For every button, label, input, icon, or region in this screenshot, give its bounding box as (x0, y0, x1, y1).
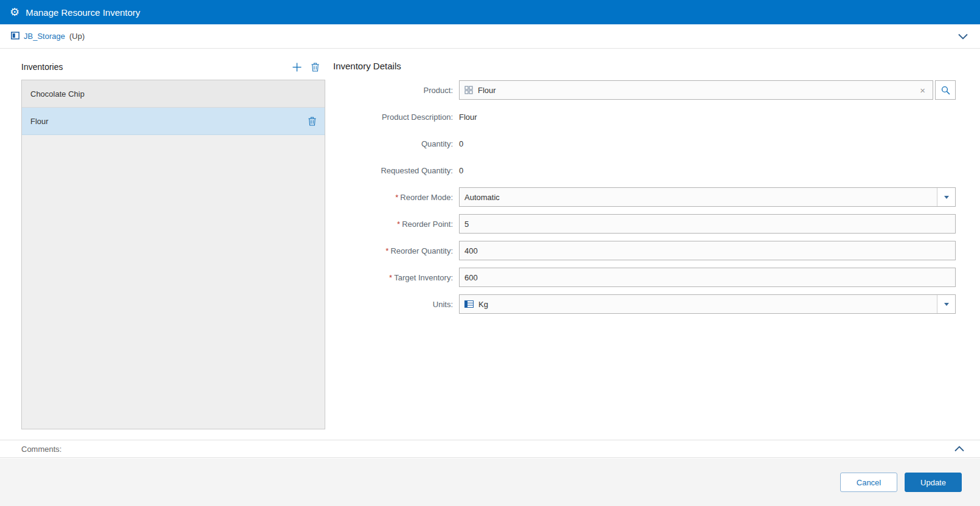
inventory-details-title: Inventory Details (333, 61, 956, 72)
storage-icon (11, 32, 19, 41)
inventories-header: Inventories (21, 58, 325, 76)
units-label: Units: (333, 300, 459, 309)
product-icon (464, 86, 473, 94)
footer-bar: Cancel Update (0, 459, 980, 506)
reorder-quantity-row: *Reorder Quantity: (333, 241, 956, 260)
product-field-row: Product: Flour × (333, 80, 956, 100)
inventory-details-panel: Inventory Details Product: Flour × (333, 61, 956, 314)
inventories-panel: Inventories Chocolate Chip Flour (21, 58, 325, 429)
required-asterisk: * (397, 220, 400, 229)
update-button[interactable]: Update (905, 473, 962, 492)
plus-icon (292, 63, 302, 72)
search-button[interactable] (935, 80, 956, 100)
target-inventory-label: *Target Inventory: (333, 273, 459, 282)
reorder-mode-select[interactable]: Automatic (459, 187, 956, 207)
trash-icon (308, 117, 316, 126)
units-select[interactable]: Kg (459, 294, 956, 314)
product-description-label: Product Description: (333, 113, 459, 122)
cancel-button[interactable]: Cancel (840, 473, 897, 492)
units-table-icon (464, 300, 474, 308)
product-description-row: Product Description: Flour (333, 107, 956, 126)
requested-quantity-value: 0 (459, 166, 956, 175)
target-inventory-input[interactable] (459, 268, 956, 287)
quantity-label: Quantity: (333, 139, 459, 148)
reorder-quantity-label: *Reorder Quantity: (333, 246, 459, 255)
trash-icon (311, 63, 319, 72)
chevron-down-icon[interactable] (958, 33, 968, 40)
quantity-row: Quantity: 0 (333, 134, 956, 153)
units-row: Units: Kg (333, 294, 956, 314)
breadcrumb-suffix: (Up) (69, 32, 85, 41)
required-asterisk: * (385, 246, 388, 255)
required-asterisk: * (395, 193, 398, 202)
units-value: Kg (478, 300, 488, 309)
inventories-title: Inventories (21, 62, 63, 72)
list-item-label: Chocolate Chip (30, 89, 85, 99)
dropdown-caret-icon[interactable] (937, 295, 955, 313)
requested-quantity-label: Requested Quantity: (333, 166, 459, 175)
reorder-point-row: *Reorder Point: (333, 214, 956, 234)
gear-icon: ⚙ (10, 7, 19, 18)
inventory-details-form: Product: Flour × (333, 80, 956, 314)
chevron-up-icon[interactable] (954, 446, 964, 452)
comments-label: Comments: (21, 445, 61, 454)
window-title: Manage Resource Inventory (26, 7, 140, 18)
required-asterisk: * (389, 273, 392, 282)
quantity-value: 0 (459, 139, 956, 148)
delete-row-button[interactable] (308, 117, 316, 126)
delete-inventory-button[interactable] (311, 63, 319, 72)
reorder-mode-label: *Reorder Mode: (333, 193, 459, 202)
reorder-point-input[interactable] (459, 214, 956, 234)
dropdown-caret-icon[interactable] (937, 188, 955, 206)
list-item-flour[interactable]: Flour (22, 108, 325, 135)
product-value: Flour (478, 86, 496, 95)
product-description-value: Flour (459, 113, 956, 122)
search-icon (941, 86, 950, 95)
product-label: Product: (333, 86, 459, 95)
add-inventory-button[interactable] (292, 63, 302, 72)
reorder-quantity-input[interactable] (459, 241, 956, 260)
breadcrumb: JB_Storage (Up) (0, 24, 980, 49)
target-inventory-row: *Target Inventory: (333, 268, 956, 287)
reorder-mode-row: *Reorder Mode: Automatic (333, 187, 956, 207)
inventories-list: Chocolate Chip Flour (21, 80, 325, 429)
title-bar: ⚙ Manage Resource Inventory (0, 0, 980, 24)
breadcrumb-link[interactable]: JB_Storage (24, 32, 65, 41)
reorder-point-label: *Reorder Point: (333, 220, 459, 229)
clear-icon[interactable]: × (917, 86, 928, 95)
product-combobox[interactable]: Flour × (459, 80, 933, 100)
comments-bar: Comments: (0, 440, 980, 458)
manage-resource-inventory-window: ⚙ Manage Resource Inventory JB_Storage (… (0, 0, 980, 506)
reorder-mode-value: Automatic (464, 193, 500, 202)
requested-quantity-row: Requested Quantity: 0 (333, 161, 956, 180)
list-item-chocolate-chip[interactable]: Chocolate Chip (22, 80, 325, 108)
list-item-label: Flour (30, 117, 49, 126)
